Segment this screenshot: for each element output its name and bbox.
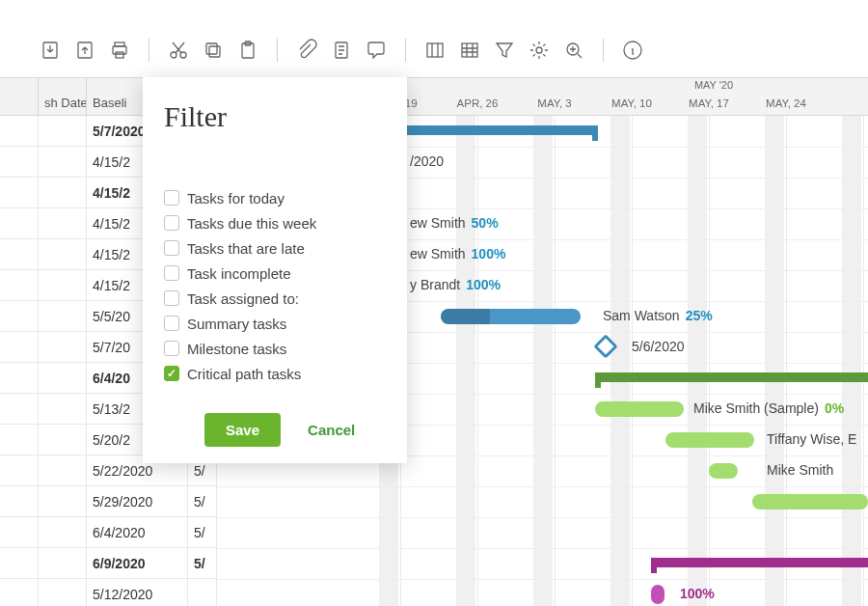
task-bar[interactable] bbox=[709, 463, 738, 479]
checkbox[interactable] bbox=[164, 290, 179, 306]
filter-option-label: Tasks that are late bbox=[187, 240, 305, 257]
filter-option[interactable]: Milestone tasks bbox=[164, 336, 386, 361]
timeline-tick: MAY, 10 bbox=[601, 97, 663, 109]
task-pill[interactable] bbox=[651, 585, 665, 604]
task-bar[interactable] bbox=[665, 432, 754, 448]
svg-rect-12 bbox=[427, 43, 443, 57]
cell-date: 5/29/2020 bbox=[87, 486, 188, 516]
svg-point-14 bbox=[536, 47, 542, 53]
timeline-tick: MAY, 3 bbox=[524, 97, 585, 109]
task-label: 100% bbox=[680, 586, 715, 601]
svg-rect-3 bbox=[113, 46, 126, 54]
filter-option[interactable]: Critical path tasks bbox=[164, 361, 386, 386]
filter-option-label: Tasks due this week bbox=[187, 215, 316, 232]
task-label: Sam Watson25% bbox=[603, 308, 713, 323]
table-row[interactable]: 6/4/20205/ bbox=[0, 517, 217, 548]
task-label: Mike Smith (Sample)0% bbox=[693, 400, 844, 416]
summary-bar[interactable] bbox=[651, 558, 868, 567]
cancel-button[interactable]: Cancel bbox=[308, 422, 355, 438]
filter-option[interactable]: Task incomplete bbox=[164, 261, 386, 286]
task-bar[interactable] bbox=[595, 401, 684, 417]
table-row[interactable]: 5/29/20205/ bbox=[0, 486, 217, 517]
toolbar bbox=[0, 29, 868, 71]
checkbox[interactable] bbox=[164, 341, 179, 356]
col-finish-date[interactable]: sh Date bbox=[39, 78, 87, 115]
task-label: ew Smith50% bbox=[410, 215, 499, 231]
summary-bar[interactable] bbox=[595, 372, 868, 382]
filter-title: Filter bbox=[164, 100, 386, 133]
toolbar-separator bbox=[603, 39, 604, 62]
checkbox[interactable] bbox=[164, 190, 179, 206]
filter-option-label: Critical path tasks bbox=[187, 366, 301, 382]
filter-option-label: Milestone tasks bbox=[187, 341, 286, 357]
info-icon[interactable] bbox=[621, 39, 644, 62]
cell-date: 6/4/2020 bbox=[87, 517, 188, 547]
checkbox[interactable] bbox=[164, 366, 179, 381]
svg-rect-13 bbox=[462, 43, 477, 57]
checkbox[interactable] bbox=[164, 215, 179, 231]
save-button[interactable]: Save bbox=[204, 413, 281, 447]
filter-option-label: Task assigned to: bbox=[187, 290, 299, 307]
task-bar[interactable] bbox=[752, 494, 868, 510]
grid-icon[interactable] bbox=[458, 39, 481, 62]
milestone-label: 5/6/2020 bbox=[632, 339, 685, 354]
note-icon[interactable] bbox=[330, 39, 353, 62]
checkbox[interactable] bbox=[164, 265, 179, 281]
attach-icon[interactable] bbox=[295, 39, 318, 62]
cell-col2 bbox=[188, 579, 217, 606]
filter-option[interactable]: Tasks that are late bbox=[164, 235, 386, 261]
cut-icon[interactable] bbox=[167, 39, 190, 62]
upload-icon[interactable] bbox=[73, 39, 96, 62]
task-label: ew Smith100% bbox=[410, 246, 505, 262]
cell-col2: 5/ bbox=[188, 486, 217, 516]
cell-col2: 5/ bbox=[188, 548, 217, 578]
checkbox[interactable] bbox=[164, 240, 179, 256]
filter-option-label: Tasks for today bbox=[187, 190, 285, 207]
columns-icon[interactable] bbox=[423, 39, 447, 62]
checkbox[interactable] bbox=[164, 316, 179, 331]
table-row[interactable]: 6/9/20205/ bbox=[0, 548, 217, 579]
filter-option-label: Task incomplete bbox=[187, 265, 291, 282]
svg-rect-4 bbox=[116, 52, 123, 58]
filter-icon[interactable] bbox=[493, 39, 516, 62]
copy-icon[interactable] bbox=[202, 39, 225, 62]
task-label: Mike Smith bbox=[767, 462, 833, 478]
filter-option[interactable]: Task assigned to: bbox=[164, 286, 386, 311]
cell-date: 5/12/2020 bbox=[87, 579, 188, 606]
timeline-tick: MAY, 17 bbox=[678, 97, 740, 109]
download-icon[interactable] bbox=[39, 39, 62, 62]
task-label: Tiffany Wise, E bbox=[767, 431, 856, 447]
svg-rect-8 bbox=[206, 43, 217, 54]
toolbar-separator bbox=[149, 39, 149, 62]
zoom-icon[interactable] bbox=[562, 39, 585, 62]
filter-option[interactable]: Summary tasks bbox=[164, 311, 386, 336]
toolbar-separator bbox=[277, 39, 278, 62]
filter-option[interactable]: Tasks for today bbox=[164, 185, 386, 210]
timeline-month-label: MAY '20 bbox=[680, 79, 747, 91]
comment-icon[interactable] bbox=[365, 39, 388, 62]
filter-option[interactable]: Tasks due this week bbox=[164, 210, 386, 235]
table-row[interactable]: 5/12/2020 bbox=[0, 579, 217, 606]
timeline-tick: MAY, 24 bbox=[755, 97, 817, 109]
filter-popup: Filter Tasks for todayTasks due this wee… bbox=[143, 77, 407, 463]
filter-option-label: Summary tasks bbox=[187, 316, 286, 332]
timeline-tick: APR, 26 bbox=[447, 97, 508, 109]
paste-icon[interactable] bbox=[236, 39, 259, 62]
task-label: /2020 bbox=[410, 153, 444, 169]
toolbar-separator bbox=[405, 39, 406, 62]
task-label: y Brandt100% bbox=[410, 277, 501, 292]
svg-rect-7 bbox=[209, 46, 220, 57]
cell-date: 6/9/2020 bbox=[87, 548, 188, 578]
cell-col2: 5/ bbox=[188, 517, 217, 547]
settings-icon[interactable] bbox=[528, 39, 551, 62]
print-icon[interactable] bbox=[108, 39, 131, 62]
